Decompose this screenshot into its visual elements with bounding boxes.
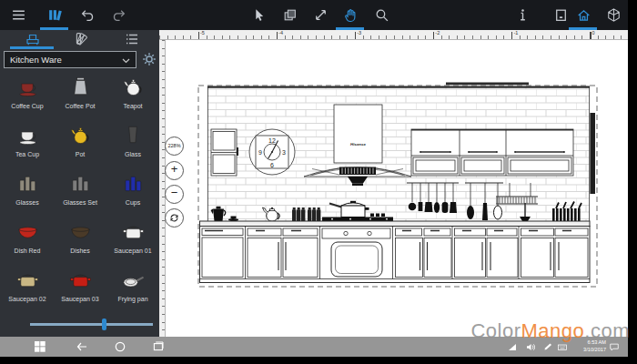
zoom-in-button[interactable]: + — [165, 161, 184, 180]
back-button-arrow-icon[interactable] — [76, 341, 87, 352]
library-item-saucepan-02[interactable]: Saucepan 02 — [1, 266, 54, 314]
tab-furniture-armchair-icon[interactable] — [25, 31, 41, 47]
library-item-saucepan-03[interactable]: Saucepan 03 — [54, 266, 106, 314]
library-item-cups[interactable]: Cups — [106, 169, 159, 217]
tab-list-icon[interactable] — [124, 31, 140, 47]
chevron-down-icon — [122, 58, 130, 64]
redo-icon[interactable] — [111, 7, 126, 23]
scale-icon[interactable] — [313, 7, 329, 23]
stack-icon — [16, 172, 39, 194]
cortana-circle-icon[interactable] — [115, 341, 126, 352]
bowl-icon — [16, 220, 39, 242]
library-item-label: Coffee Pot — [54, 103, 106, 109]
library-item-pot[interactable]: Pot — [54, 121, 106, 169]
reset-view-button[interactable] — [165, 208, 184, 228]
zoom-level-label: 228% — [167, 143, 180, 148]
library-item-tea-cup[interactable]: Tea Cup — [1, 121, 54, 169]
library-item-label: Glass — [106, 151, 159, 157]
volume-icon[interactable] — [526, 343, 535, 351]
library-item-label: Dish Red — [1, 248, 54, 254]
library-item-coffee-pot[interactable]: Coffee Pot — [54, 73, 106, 121]
pan-hand-icon[interactable] — [343, 7, 359, 23]
library-item-label: Pot — [54, 151, 106, 157]
copy-layers-icon[interactable] — [282, 7, 298, 23]
glass-icon — [122, 124, 145, 146]
active-tab-underline — [10, 46, 54, 49]
horizontal-ruler: -5-4-3-2-10 — [159, 30, 628, 40]
library-item-glass[interactable]: Glass — [106, 121, 159, 169]
library-item-label: Glasses Set — [54, 199, 106, 206]
network-icon[interactable] — [508, 343, 517, 351]
library-grid: Coffee CupCoffee PotTeapotTea CupPotGlas… — [0, 73, 159, 318]
library-sidebar: Kitchen Ware Coffee CupCoffee PotTeapotT… — [0, 30, 159, 337]
library-item-label: Frying pan — [106, 296, 159, 302]
frame-icon[interactable] — [553, 7, 569, 23]
clock-6: 6 — [270, 162, 274, 168]
drawing-canvas-area: -5-4-3-2-10 — [159, 30, 628, 337]
kitchen-elevation-drawing: 12 3 6 9 Hisense — [196, 82, 601, 291]
ruler-label: -3 — [357, 30, 361, 35]
zoom-out-button[interactable]: − — [165, 185, 184, 204]
app-screen: Kitchen Ware Coffee CupCoffee PotTeapotT… — [0, 0, 637, 364]
teapot-icon — [69, 124, 92, 146]
pan-icon — [122, 268, 145, 290]
zoom-level-button[interactable]: 228% — [165, 136, 184, 156]
category-dropdown[interactable]: Kitchen Ware — [4, 51, 136, 68]
library-item-coffee-cup[interactable]: Coffee Cup — [1, 73, 54, 121]
gear-icon[interactable] — [141, 51, 157, 67]
home-icon[interactable] — [576, 7, 592, 23]
saucepan-icon — [122, 220, 145, 242]
3d-view-icon[interactable] — [606, 7, 622, 23]
watermark-mango: Mango — [521, 319, 585, 342]
saucepan-icon — [69, 268, 92, 290]
library-item-dishes[interactable]: Dishes — [54, 217, 106, 266]
undo-icon[interactable] — [80, 7, 96, 23]
library-item-label: Dishes — [54, 248, 106, 254]
library-icon[interactable] — [47, 7, 63, 23]
top-toolbar — [0, 0, 637, 30]
ruler-label: -4 — [278, 30, 283, 35]
action-center-icon[interactable] — [610, 343, 619, 351]
library-item-label: Tea Cup — [1, 151, 54, 157]
sidebar-tabs — [0, 30, 159, 48]
library-item-label: Teapot — [106, 103, 159, 109]
library-item-label: Saucepan 01 — [106, 248, 159, 254]
cup-icon — [16, 124, 39, 146]
library-scrollbar[interactable] — [30, 323, 153, 326]
vertical-ruler — [159, 40, 166, 337]
ruler-label: -2 — [435, 30, 440, 35]
stack-icon — [69, 172, 92, 194]
search-icon[interactable] — [374, 7, 389, 23]
tab-materials-palette-icon[interactable] — [74, 31, 90, 47]
teapot-icon — [122, 76, 145, 97]
library-item-glasses-set[interactable]: Glasses Set — [54, 169, 106, 217]
task-view-icon[interactable] — [153, 341, 164, 352]
ruler-label: -1 — [513, 30, 518, 35]
right-screen-bezel — [628, 0, 637, 364]
ruler-label: 0 — [592, 30, 595, 35]
library-scrollbar-thumb[interactable] — [102, 318, 106, 330]
bottom-screen-bezel — [0, 357, 628, 364]
kettle-icon — [69, 76, 92, 97]
library-item-label: Saucepan 02 — [1, 296, 54, 302]
library-item-dish-red[interactable]: Dish Red — [1, 217, 54, 266]
cup-icon — [16, 76, 39, 97]
ruler-label: -5 — [200, 30, 205, 35]
library-item-label: Cups — [106, 199, 159, 206]
library-item-saucepan-01[interactable]: Saucepan 01 — [106, 217, 159, 266]
library-item-frying-pan[interactable]: Frying pan — [106, 266, 159, 314]
library-item-teapot[interactable]: Teapot — [106, 73, 159, 121]
menu-icon[interactable] — [11, 7, 26, 23]
category-dropdown-value: Kitchen Ware — [10, 55, 62, 65]
watermark: ColorMango.com — [470, 319, 630, 343]
library-item-glasses[interactable]: Glasses — [1, 169, 54, 217]
info-icon[interactable] — [515, 7, 531, 23]
saucepan-icon — [16, 268, 39, 290]
pointer-icon[interactable] — [251, 7, 267, 23]
library-item-label: Coffee Cup — [1, 103, 54, 109]
start-button-windows-icon[interactable] — [35, 341, 46, 352]
pen-icon[interactable] — [543, 343, 552, 351]
bowl-icon — [69, 220, 92, 242]
clock-12: 12 — [268, 137, 276, 144]
keyboard-icon[interactable] — [558, 343, 567, 351]
